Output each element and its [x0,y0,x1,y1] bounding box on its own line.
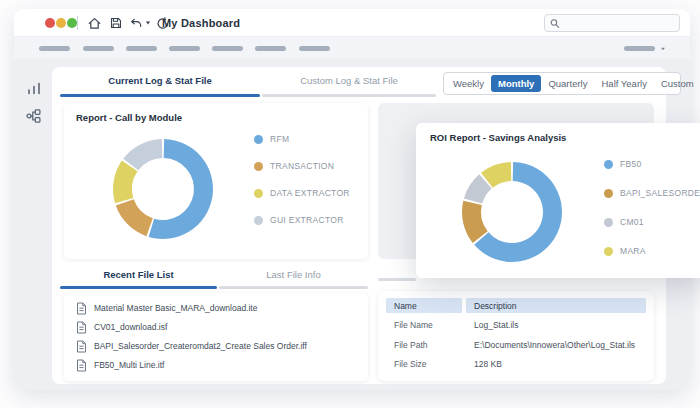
legend-item: CM01 [604,217,700,227]
legend-item: TRANSACTION [254,161,350,171]
tab-label: Recent File List [103,269,173,280]
period-tab-weekly[interactable]: Weekly [446,75,491,92]
menu-bar [14,37,690,59]
search-icon [550,18,560,29]
row-value: Log_Stat.ils [474,320,518,330]
row-label: File Name [394,320,433,330]
undo-button[interactable] [128,15,152,31]
legend-dot-icon [604,160,613,169]
menu-item[interactable] [299,46,330,51]
tab-last-file-underline [219,286,368,289]
divider [77,16,78,30]
legend-label: FB50 [620,159,642,169]
home-button[interactable] [85,15,103,31]
home-icon [88,17,101,30]
legend-dot-icon [254,135,263,144]
legend-item: BAPI_SALESORDER_C... [604,188,700,198]
tab-custom-log[interactable]: Custom Log & Stat File [262,75,436,89]
legend: FB50 BAPI_SALESORDER_C... CM01 MARA [604,159,700,256]
menu-item[interactable] [83,46,114,51]
legend-item: MARA [604,246,700,256]
roi-report-card: ROI Report - Savings Analysis FB50 BAPI_… [416,123,700,278]
period-tab-custom[interactable]: Custom [654,75,700,92]
document-icon [76,359,87,372]
tab-current-log-underline [60,94,260,97]
search-box[interactable] [544,14,680,32]
tab-label: Last File Info [266,269,320,280]
undo-icon [129,17,144,29]
legend-label: TRANSACTION [270,161,334,171]
tab-recent-file-list[interactable]: Recent File List [60,269,217,283]
legend-label: BAPI_SALESORDER_C... [620,188,700,198]
legend-item: RFM [254,134,350,144]
tab-current-log[interactable]: Current Log & Stat File [60,75,260,89]
legend: RFM TRANSACTION DATA EXTRACTOR GUI EXTRA… [254,134,350,225]
period-tab-monthly[interactable]: Monthly [491,75,541,92]
legend-dot-icon [254,189,263,198]
page: My Dashboard [0,0,700,408]
legend-dot-icon [604,218,613,227]
tab-last-file-info[interactable]: Last File Info [219,269,368,283]
save-icon [110,17,122,29]
legend-item: FB50 [604,159,700,169]
save-button[interactable] [107,15,125,31]
file-name: Material Master Basic_MARA_download.ite [94,303,257,313]
table-header-description: Description [466,298,646,313]
file-list-item[interactable]: BAPI_Salesorder_Createromdat2_Create Sal… [76,339,307,353]
file-name: FB50_Multi Line.itf [94,360,164,370]
file-list-item[interactable]: FB50_Multi Line.itf [76,358,164,372]
file-name: CV01_download.isf [94,322,167,332]
legend-label: GUI EXTRACTOR [270,215,344,225]
row-label: File Path [394,340,428,350]
period-tab-halfyearly[interactable]: Half Yearly [594,75,653,92]
maximize-window-button[interactable] [67,18,77,28]
menu-item[interactable] [39,46,70,51]
tab-custom-log-underline [262,94,436,97]
legend-dot-icon [254,216,263,225]
call-by-module-card: Report - Call by Module RFM TRANSACTION … [64,103,368,259]
legend-label: CM01 [620,217,644,227]
tab-recent-underline [60,286,217,289]
recent-file-list-card: Material Master Basic_MARA_download.ite … [64,293,368,381]
sidebar-item-hierarchy[interactable] [26,108,42,124]
table-header-name: Name [386,298,462,313]
row-value: E:\Documents\Innowera\Other\Log_Stat.ils [474,340,635,350]
legend-item: DATA EXTRACTOR [254,188,350,198]
legend-label: DATA EXTRACTOR [270,188,350,198]
legend-dot-icon [604,247,613,256]
hidden-tab-underline [378,278,416,281]
row-value: 128 KB [474,359,502,369]
document-icon [76,340,87,353]
file-info-table-card: Name Description File Name Log_Stat.ils … [378,291,654,381]
menu-caret-icon[interactable] [661,48,665,51]
close-window-button[interactable] [45,18,55,28]
file-name: BAPI_Salesorder_Createromdat2_Create Sal… [94,341,307,351]
menu-item[interactable] [624,46,655,51]
legend-item: GUI EXTRACTOR [254,215,350,225]
undo-dropdown-caret-icon[interactable] [146,22,150,25]
menu-item[interactable] [255,46,286,51]
legend-dot-icon [254,162,263,171]
document-icon [76,302,87,315]
window-chrome: My Dashboard [14,9,690,37]
document-icon [76,321,87,334]
legend-label: MARA [620,246,646,256]
search-input[interactable] [564,18,674,28]
menu-item[interactable] [169,46,200,51]
tab-label: Custom Log & Stat File [300,75,398,86]
period-selector: Weekly Monthly Quarterly Half Yearly Cus… [443,72,681,95]
sidebar-item-charts[interactable] [26,80,42,96]
file-list-item[interactable]: Material Master Basic_MARA_download.ite [76,301,257,315]
legend-label: RFM [270,134,289,144]
legend-dot-icon [604,189,613,198]
window-title: My Dashboard [162,17,240,29]
menu-item[interactable] [212,46,243,51]
hierarchy-icon [26,108,42,124]
bar-chart-icon [26,80,42,96]
minimize-window-button[interactable] [56,18,66,28]
tab-label: Current Log & Stat File [108,75,211,86]
period-tab-quarterly[interactable]: Quarterly [541,75,594,92]
file-list-item[interactable]: CV01_download.isf [76,320,167,334]
menu-item[interactable] [126,46,157,51]
row-label: File Size [394,359,427,369]
